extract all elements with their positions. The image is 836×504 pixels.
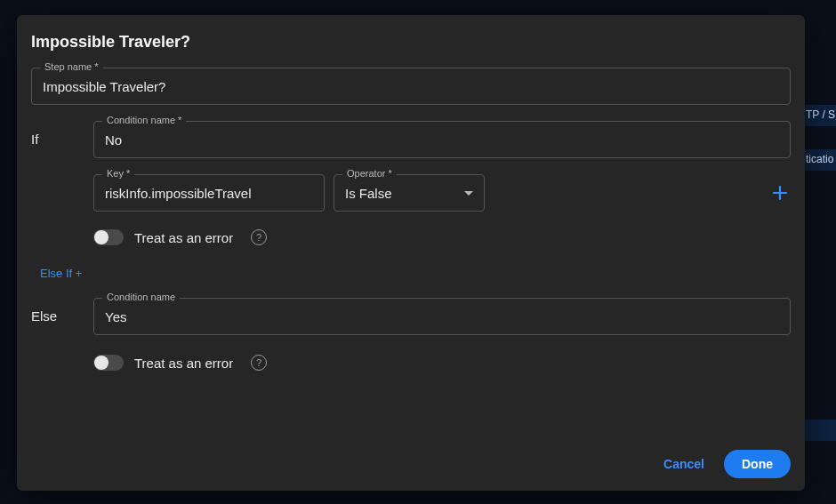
help-icon[interactable]: ? xyxy=(251,229,267,245)
help-icon[interactable]: ? xyxy=(251,355,267,371)
if-condition-name-input[interactable] xyxy=(93,121,791,158)
background-strip-3 xyxy=(800,420,836,441)
else-condition-name-label: Condition name xyxy=(102,291,180,303)
condition-modal: Impossible Traveler? Step name * If Cond… xyxy=(17,15,805,491)
if-treat-as-error-toggle[interactable] xyxy=(93,229,124,245)
modal-title: Impossible Traveler? xyxy=(31,33,791,52)
if-operator-label: Operator * xyxy=(342,167,397,180)
if-treat-as-error-row: Treat as an error ? xyxy=(93,229,791,245)
step-name-input[interactable] xyxy=(31,68,791,105)
if-operator-select[interactable]: Is False xyxy=(334,174,485,212)
if-key-field: Key * xyxy=(93,174,325,212)
if-key-label: Key * xyxy=(102,167,134,180)
background-strip-2: ticatio xyxy=(800,149,836,171)
else-treat-as-error-toggle[interactable] xyxy=(93,355,124,371)
if-branch: If Condition name * Key * Operator * Is … xyxy=(31,121,791,249)
step-name-label: Step name * xyxy=(40,60,103,73)
done-button[interactable]: Done xyxy=(724,450,791,478)
chevron-down-icon xyxy=(464,191,473,196)
if-treat-as-error-label: Treat as an error xyxy=(134,230,233,245)
step-name-field: Step name * xyxy=(31,68,791,105)
if-operator-value: Is False xyxy=(345,186,392,201)
else-branch: Else Condition name Treat as an error ? xyxy=(31,298,791,374)
else-condition-name-field: Condition name xyxy=(93,298,791,335)
add-condition-button[interactable] xyxy=(769,182,791,204)
else-condition-name-input[interactable] xyxy=(93,298,791,335)
if-condition-name-field: Condition name * xyxy=(93,121,791,158)
background-strip-1: TP / S xyxy=(800,105,836,126)
if-key-operator-row: Key * Operator * Is False xyxy=(93,174,791,212)
if-operator-field: Operator * Is False xyxy=(334,174,485,212)
if-condition-name-label: Condition name * xyxy=(102,114,186,126)
if-label: If xyxy=(31,121,81,147)
else-if-button[interactable]: Else If + xyxy=(40,267,791,280)
else-treat-as-error-label: Treat as an error xyxy=(134,356,233,371)
else-label: Else xyxy=(31,298,81,324)
cancel-button[interactable]: Cancel xyxy=(660,450,708,478)
if-key-input[interactable] xyxy=(93,174,325,212)
plus-icon xyxy=(772,185,788,201)
else-treat-as-error-row: Treat as an error ? xyxy=(93,355,791,371)
modal-footer: Cancel Done xyxy=(31,441,791,478)
